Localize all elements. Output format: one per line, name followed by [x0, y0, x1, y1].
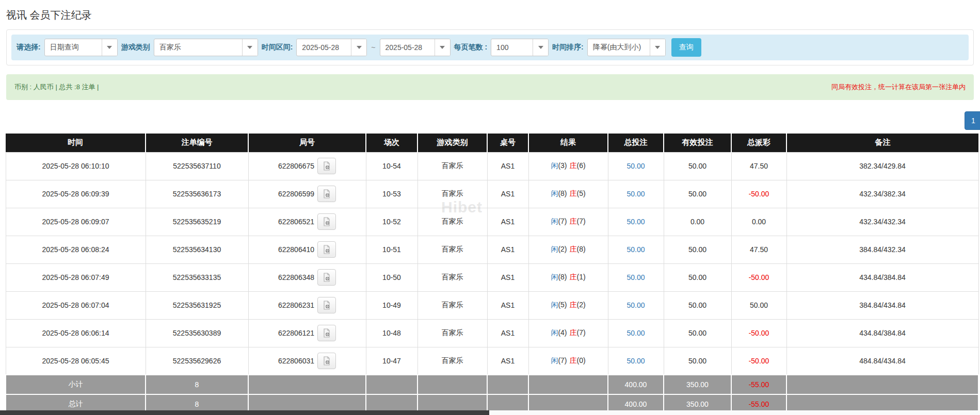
video-replay-button[interactable] — [317, 186, 336, 202]
player-label: 闲 — [551, 356, 558, 364]
cell-remark: 382.34/429.84 — [786, 152, 978, 180]
chevron-down-icon[interactable] — [435, 39, 450, 56]
cell-remark: 434.84/384.84 — [786, 319, 978, 347]
currency-summary-text: 币别 : 人民币 | 总共 :8 注单 | — [14, 82, 99, 92]
total-bet-link[interactable]: 50.00 — [626, 190, 645, 198]
cell-bet-id: 522535637110 — [146, 152, 248, 180]
game-type-select[interactable]: 百家乐 — [154, 39, 258, 56]
page-size-select[interactable]: 100 — [491, 39, 549, 56]
cell-payout: 47.50 — [731, 152, 786, 180]
subtotal-label: 小计 — [6, 375, 146, 394]
film-file-icon — [322, 301, 331, 310]
cell-table-no: AS1 — [487, 152, 528, 180]
player-label: 闲 — [551, 301, 558, 309]
banker-label: 庄 — [570, 273, 577, 281]
cell-table-no: AS1 — [487, 347, 528, 375]
cell-game-type: 百家乐 — [417, 236, 487, 263]
pagination: 1 — [0, 100, 980, 134]
player-label: 闲 — [551, 328, 558, 337]
video-replay-button[interactable] — [317, 213, 336, 230]
cell-time: 2025-05-28 06:09:07 — [6, 208, 146, 236]
cell-payout: -50.00 — [731, 347, 786, 375]
cell-time: 2025-05-28 06:05:45 — [6, 347, 146, 375]
query-type-value: 日期查询 — [45, 39, 102, 56]
film-file-icon — [322, 217, 331, 226]
header-round-id: 局号 — [248, 134, 366, 152]
cell-remark: 384.84/432.34 — [786, 236, 978, 263]
total-bet-link[interactable]: 50.00 — [626, 245, 645, 254]
subtotal-payout: -55.00 — [731, 375, 786, 394]
cell-time: 2025-05-28 06:07:49 — [6, 263, 146, 291]
cell-game-type: 百家乐 — [417, 291, 487, 319]
total-bet-link[interactable]: 50.00 — [626, 329, 645, 337]
chevron-down-icon[interactable] — [533, 39, 548, 56]
video-replay-button[interactable] — [317, 325, 336, 341]
page-size-label: 每页笔数 : — [454, 43, 488, 52]
subtotal-total-bet: 400.00 — [608, 375, 664, 394]
sort-label: 时间排序: — [552, 43, 584, 52]
cell-time: 2025-05-28 06:07:04 — [6, 291, 146, 319]
cell-round-id: 622806410 — [248, 236, 366, 263]
header-table-no: 桌号 — [487, 134, 528, 152]
cell-bet-id: 522535631925 — [146, 291, 248, 319]
page-1-button[interactable]: 1 — [965, 111, 980, 130]
video-replay-button[interactable] — [317, 158, 336, 174]
chevron-down-icon[interactable] — [242, 39, 258, 56]
banker-label: 庄 — [570, 328, 577, 337]
query-type-select[interactable]: 日期查询 — [44, 39, 118, 56]
cell-remark: 384.84/434.84 — [786, 291, 978, 319]
date-from-input[interactable]: 2025-05-28 — [296, 39, 367, 56]
cell-session: 10-48 — [366, 319, 417, 347]
subtotal-count: 8 — [146, 375, 248, 394]
cell-result: 闲(5)庄(2) — [528, 291, 608, 319]
cell-payout: -50.00 — [731, 180, 786, 208]
scrollbar-thumb[interactable] — [0, 410, 489, 415]
search-button[interactable]: 查询 — [671, 38, 701, 57]
cell-table-no: AS1 — [487, 236, 528, 263]
banker-label: 庄 — [570, 217, 577, 225]
video-replay-button[interactable] — [317, 269, 336, 286]
cell-valid-bet: 0.00 — [664, 208, 731, 236]
cell-total-bet: 50.00 — [608, 236, 664, 263]
player-label: 闲 — [551, 217, 558, 225]
video-replay-button[interactable] — [317, 353, 336, 369]
chevron-down-icon[interactable] — [650, 39, 665, 56]
video-replay-button[interactable] — [317, 241, 336, 258]
total-bet-link[interactable]: 50.00 — [626, 301, 645, 309]
player-label: 闲 — [551, 189, 558, 197]
cell-table-no: AS1 — [487, 208, 528, 236]
total-bet-link[interactable]: 50.00 — [626, 162, 645, 170]
video-replay-button[interactable] — [317, 297, 336, 313]
total-bet-link[interactable]: 50.00 — [626, 218, 645, 226]
chevron-down-icon[interactable] — [102, 39, 117, 56]
cell-round-id: 622806031 — [248, 347, 366, 375]
cell-valid-bet: 50.00 — [664, 180, 731, 208]
total-bet-link[interactable]: 50.00 — [626, 273, 645, 281]
chevron-down-icon[interactable] — [351, 39, 366, 56]
cell-valid-bet: 50.00 — [664, 236, 731, 263]
banker-label: 庄 — [570, 301, 577, 309]
cell-table-no: AS1 — [487, 319, 528, 347]
cell-remark: 434.84/384.84 — [786, 263, 978, 291]
film-file-icon — [322, 273, 331, 282]
cell-session: 10-53 — [366, 180, 417, 208]
cell-total-bet: 50.00 — [608, 319, 664, 347]
game-type-value: 百家乐 — [154, 39, 242, 56]
note-text: 同局有效投注，统一计算在该局第一张注单内 — [831, 82, 966, 92]
header-session: 场次 — [366, 134, 417, 152]
horizontal-scrollbar[interactable] — [0, 410, 980, 415]
cell-table-no: AS1 — [487, 263, 528, 291]
date-to-input[interactable]: 2025-05-28 — [380, 39, 451, 56]
cell-remark: 484.84/434.84 — [786, 347, 978, 375]
cell-valid-bet: 50.00 — [664, 347, 731, 375]
sort-select[interactable]: 降幂(由大到小) — [587, 39, 666, 56]
cell-game-type: 百家乐 — [417, 152, 487, 180]
table-footer: 小计 8 400.00 350.00 -55.00 总计 8 400.00 35… — [6, 375, 978, 414]
film-file-icon — [322, 189, 331, 198]
table-row: 2025-05-28 06:10:10 522535637110 6228066… — [6, 152, 978, 180]
table-row: 2025-05-28 06:08:24 522535634130 6228064… — [6, 236, 978, 263]
total-bet-link[interactable]: 50.00 — [626, 357, 645, 365]
date-from-value: 2025-05-28 — [297, 39, 351, 56]
game-type-label: 游戏类别 — [121, 43, 150, 52]
film-file-icon — [322, 245, 331, 254]
